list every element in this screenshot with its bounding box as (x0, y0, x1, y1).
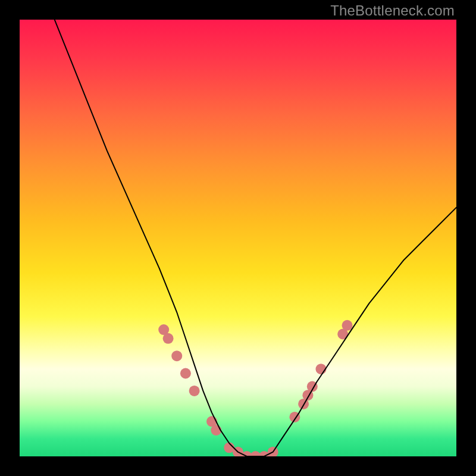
plot-area (20, 20, 456, 456)
data-marker (233, 447, 243, 456)
data-marker (224, 442, 234, 453)
data-marker (211, 425, 221, 436)
data-marker (259, 451, 270, 456)
data-marker (337, 329, 348, 340)
chart-stage: TheBottleneck.com (0, 0, 476, 476)
data-marker (158, 324, 169, 335)
markers-group (158, 320, 352, 456)
bottleneck-curve (55, 20, 456, 456)
data-marker (180, 368, 191, 379)
data-marker (206, 416, 217, 427)
data-marker (189, 386, 200, 396)
data-marker (242, 451, 252, 456)
data-marker (268, 447, 278, 456)
data-marker (307, 381, 318, 392)
watermark-text: TheBottleneck.com (330, 2, 455, 19)
data-marker (289, 412, 300, 422)
data-marker (163, 333, 174, 344)
data-marker (316, 364, 327, 374)
data-marker (302, 390, 313, 400)
data-marker (171, 350, 182, 361)
data-marker (342, 320, 353, 331)
data-marker (250, 451, 261, 456)
data-marker (298, 399, 309, 409)
chart-svg (20, 20, 456, 456)
